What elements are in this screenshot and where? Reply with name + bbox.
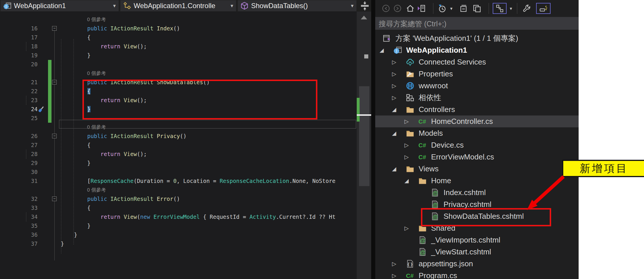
code-line[interactable]: 35 }	[0, 221, 357, 230]
code-line[interactable]: 31 [ResponseCache(Duration = 0, Location…	[0, 177, 357, 186]
code-line[interactable]: 28 return View();	[0, 150, 357, 159]
solution-explorer-search[interactable]: 搜尋方案總管 (Ctrl+;)	[375, 17, 579, 30]
expander-collapsed-icon[interactable]: ▷	[392, 258, 396, 270]
codelens-row[interactable]: 0 個參考	[0, 69, 357, 78]
editor-scrollbar[interactable]	[357, 12, 371, 279]
tree-item--webapplication1-1-1-[interactable]: 方案 'WebApplication1' (1 / 1 個專案)	[375, 32, 579, 44]
quick-actions-screwdriver-icon[interactable]	[37, 105, 45, 113]
breadcrumb-project-dropdown[interactable]: WebApplication1 ▾	[1, 0, 119, 11]
filter-dropdown-caret[interactable]: ▾	[448, 3, 455, 14]
fold-collapse-icon[interactable]: −	[52, 134, 57, 138]
tree-item-appsettings-json[interactable]: ▷{ }appsettings.json	[375, 258, 579, 270]
expander-collapsed-icon[interactable]: ▷	[404, 115, 409, 127]
code-line[interactable]: 36 }	[0, 230, 357, 239]
code-line[interactable]: 26− public IActionResult Privacy()	[0, 132, 357, 141]
tree-item-program-cs[interactable]: ▷C#Program.cs	[375, 270, 579, 279]
expander-collapsed-icon[interactable]: ▷	[404, 222, 409, 234]
code-line[interactable]: 29 }	[0, 159, 357, 168]
expander-expanded-icon[interactable]: ◢	[392, 127, 396, 139]
code-line[interactable]: 37}	[0, 239, 357, 248]
code-line[interactable]: 17 {	[0, 33, 357, 42]
tree-item-wwwroot[interactable]: ▷wwwroot	[375, 80, 579, 92]
code-editor[interactable]: 0 個參考16− public IActionResult Index()17 …	[0, 12, 357, 279]
codelens-references[interactable]: 0 個參考	[87, 15, 106, 24]
fold-collapse-icon[interactable]: −	[52, 197, 57, 201]
codelens-references[interactable]: 0 個參考	[87, 69, 106, 78]
properties-wrench-button[interactable]	[521, 3, 532, 14]
expander-collapsed-icon[interactable]: ▷	[392, 68, 396, 80]
tree-item-views[interactable]: ◢Views	[375, 163, 579, 175]
svg-text:@: @	[420, 249, 426, 256]
tree-item-index-cshtml[interactable]: @Index.cshtml	[375, 187, 579, 199]
annotation-callout-text: 新增項目	[580, 161, 628, 176]
tree-item-webapplication1[interactable]: ◢WebApplication1	[375, 44, 579, 56]
line-number: 28	[17, 150, 38, 159]
tree-item-connected-services[interactable]: ▷Connected Services	[375, 56, 579, 68]
code-line[interactable]: 18 return View();	[0, 42, 357, 51]
sync-dropdown-caret[interactable]: ▾	[508, 3, 514, 14]
tree-item--[interactable]: ▷相依性	[375, 92, 579, 104]
preview-selected-items-button[interactable]	[536, 3, 551, 14]
split-window-button[interactable]	[359, 0, 371, 12]
tree-item-home[interactable]: ◢Home	[375, 175, 579, 187]
propfolder-icon	[406, 69, 415, 78]
expander-expanded-icon[interactable]: ◢	[380, 44, 384, 56]
code-line[interactable]: 30	[0, 168, 357, 177]
tree-item-controllers[interactable]: ◢Controllers	[375, 104, 579, 115]
switch-views-button[interactable]	[416, 3, 427, 14]
codelens-row[interactable]: 0 個參考	[0, 15, 357, 24]
fold-collapse-icon[interactable]: −	[52, 26, 57, 31]
svg-text:@: @	[420, 237, 426, 244]
tree-item-properties[interactable]: ▷Properties	[375, 68, 579, 80]
code-text: }	[61, 221, 91, 230]
back-button[interactable]	[380, 3, 391, 14]
panel-splitter[interactable]	[371, 0, 375, 279]
line-number: 19	[17, 51, 38, 60]
codelens-row[interactable]: 0 個參考	[0, 186, 357, 194]
code-text: public IActionResult Error()	[61, 194, 180, 203]
tree-item-device-cs[interactable]: ▷C#Device.cs	[375, 139, 579, 151]
expander-collapsed-icon[interactable]: ▷	[392, 92, 396, 104]
code-line[interactable]: 27 {	[0, 141, 357, 150]
sync-with-active-document-button[interactable]	[493, 3, 507, 14]
code-text: }	[61, 159, 91, 168]
code-line[interactable]: 19 }	[0, 51, 357, 60]
expander-collapsed-icon[interactable]: ▷	[392, 270, 396, 279]
breadcrumb-member-dropdown[interactable]: ShowDataTables() ▾	[238, 0, 356, 11]
razor-icon: @	[430, 188, 439, 197]
tree-item-label: Properties	[419, 68, 453, 80]
expander-expanded-icon[interactable]: ◢	[404, 175, 409, 187]
tree-item-errorviewmodel-cs[interactable]: ▷C#ErrorViewModel.cs	[375, 151, 579, 163]
code-line[interactable]: 34 return View(new ErrorViewModel { Requ…	[0, 212, 357, 221]
scrollbar-up-arrow-icon[interactable]	[361, 16, 367, 19]
expander-expanded-icon[interactable]: ◢	[392, 104, 396, 115]
globe-icon	[406, 81, 415, 90]
show-all-files-button[interactable]	[471, 3, 482, 14]
expander-collapsed-icon[interactable]: ▷	[404, 139, 409, 151]
codelens-references[interactable]: 0 個參考	[87, 186, 106, 194]
tree-item--viewimports-cshtml[interactable]: @_ViewImports.cshtml	[375, 234, 579, 246]
expander-collapsed-icon[interactable]: ▷	[404, 151, 409, 163]
expander-expanded-icon[interactable]: ◢	[392, 163, 396, 175]
expander-collapsed-icon[interactable]: ▷	[392, 80, 396, 92]
modified-line-marker	[48, 78, 51, 87]
forward-button[interactable]	[392, 3, 403, 14]
scrollbar-thumb[interactable]	[359, 86, 369, 186]
code-line[interactable]: 33 {	[0, 203, 357, 212]
connected-icon	[406, 58, 415, 67]
home-button[interactable]	[405, 3, 416, 14]
collapse-all-button[interactable]	[458, 3, 469, 14]
expander-collapsed-icon[interactable]: ▷	[392, 56, 396, 68]
code-line[interactable]: 32− public IActionResult Error()	[0, 194, 357, 203]
code-line[interactable]: 20	[0, 60, 357, 69]
tree-item-models[interactable]: ◢Models	[375, 127, 579, 139]
breadcrumb-namespace-dropdown[interactable]: WebApplication1.Controlle ▾	[120, 0, 236, 11]
tree-item-homecontroller-cs[interactable]: ▷C#HomeController.cs	[375, 115, 579, 127]
tree-item--viewstart-cshtml[interactable]: @_ViewStart.cshtml	[375, 246, 579, 258]
pending-changes-filter-button[interactable]	[437, 3, 448, 14]
svg-text:@: @	[433, 190, 438, 196]
line-number: 32	[17, 194, 38, 203]
fold-collapse-icon[interactable]: −	[52, 80, 57, 85]
code-line[interactable]: 16− public IActionResult Index()	[0, 24, 357, 33]
modified-line-marker	[48, 114, 51, 123]
